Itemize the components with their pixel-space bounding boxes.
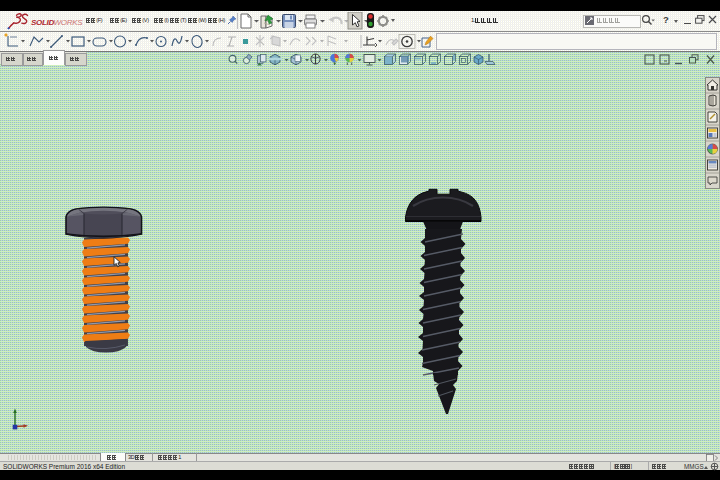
svg-text:SOLID: SOLID — [31, 18, 54, 27]
svg-text:WORKS: WORKS — [54, 18, 84, 27]
